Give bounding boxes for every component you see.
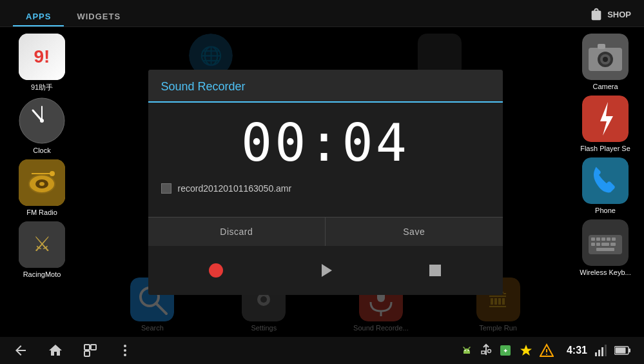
home-button[interactable]	[48, 343, 63, 358]
app-fm-label: FM Radio	[26, 208, 57, 216]
app-camera[interactable]: Camera	[573, 34, 638, 90]
signal-icon	[594, 343, 608, 358]
svg-rect-20	[582, 157, 629, 204]
dialog-title: Sound Recorder	[161, 80, 246, 93]
dialog-body: 00:04 record20120101163050.amr	[148, 103, 503, 217]
svg-rect-25	[601, 238, 605, 241]
sound-recorder-dialog: Sound Recorder 00:04 record2012010116305…	[148, 70, 503, 295]
dialog-controls	[148, 246, 503, 295]
svg-rect-67	[601, 347, 603, 356]
svg-text:⚔: ⚔	[33, 232, 52, 256]
recents-button[interactable]	[83, 343, 98, 358]
record-button[interactable]	[202, 256, 230, 285]
app-fm[interactable]: FM Radio	[10, 159, 74, 216]
svg-point-16	[603, 57, 608, 62]
app-keyboard-icon	[582, 219, 629, 266]
apps-tab[interactable]: APPS	[13, 5, 64, 26]
status-icons: ✦ 4:31	[460, 343, 631, 358]
right-app-column: Camera Flash Player Se Phone	[567, 27, 644, 283]
svg-rect-71	[616, 348, 626, 354]
widgets-tab[interactable]: WIDGETS	[64, 5, 133, 26]
svg-rect-31	[610, 243, 616, 246]
svg-point-51	[124, 349, 126, 352]
stop-icon	[429, 265, 441, 276]
svg-rect-28	[591, 243, 595, 246]
discard-button[interactable]: Discard	[148, 217, 326, 246]
app-flash[interactable]: Flash Player Se	[573, 96, 638, 152]
svg-rect-24	[596, 238, 600, 241]
svg-point-52	[124, 354, 126, 356]
app-phone-label: Phone	[595, 207, 616, 214]
top-nav: APPS WIDGETS SHOP	[0, 0, 644, 27]
app-phone-icon	[582, 157, 629, 204]
svg-rect-27	[612, 238, 616, 241]
svg-rect-47	[84, 345, 90, 350]
svg-point-58	[487, 350, 491, 353]
app-keyboard[interactable]: Wireless Keyb...	[573, 219, 638, 276]
svg-rect-65	[595, 352, 597, 356]
record-icon	[209, 263, 223, 278]
clock-svg	[19, 97, 65, 144]
nav-buttons	[13, 343, 133, 358]
app-flash-icon	[582, 96, 629, 142]
flash-svg	[582, 96, 629, 142]
left-app-column: 9! 91助手 Clock	[0, 27, 84, 285]
fm-svg	[19, 159, 65, 206]
svg-rect-30	[601, 243, 609, 246]
shop-nav[interactable]: SHOP	[589, 7, 631, 26]
svg-rect-68	[605, 345, 607, 356]
app-clock-icon	[19, 97, 65, 144]
app-91-icon: 9!	[19, 34, 65, 80]
app-racing[interactable]: ⚔ RacingMoto	[10, 221, 74, 278]
stop-button[interactable]	[421, 256, 449, 285]
app-camera-icon	[582, 34, 629, 80]
svg-rect-70	[629, 349, 630, 352]
app-clock[interactable]: Clock	[10, 97, 74, 154]
app-91-label: 91助手	[31, 83, 53, 92]
svg-rect-32	[596, 248, 614, 251]
svg-line-55	[463, 347, 465, 349]
app-racing-label: RacingMoto	[23, 270, 61, 278]
file-checkbox[interactable]	[161, 183, 171, 194]
app-phone[interactable]: Phone	[573, 157, 638, 214]
save-button[interactable]: Save	[326, 217, 503, 246]
svg-rect-66	[598, 350, 600, 356]
app-camera-label: Camera	[592, 83, 618, 90]
app-clock-label: Clock	[33, 147, 51, 154]
svg-rect-49	[84, 351, 90, 356]
menu-button[interactable]	[117, 343, 133, 358]
app-fm-icon	[19, 159, 65, 206]
phone-svg	[582, 157, 629, 204]
svg-point-53	[464, 350, 465, 351]
app-91[interactable]: 9! 91助手	[10, 34, 74, 92]
keyboard-svg	[582, 219, 629, 266]
star-icon	[519, 343, 533, 358]
dialog-actions: Discard Save	[148, 217, 503, 246]
back-button[interactable]	[13, 343, 28, 358]
svg-line-56	[469, 347, 470, 349]
android-icon	[460, 343, 474, 358]
svg-point-54	[467, 350, 469, 351]
svg-point-9	[50, 171, 55, 176]
alert-icon	[540, 343, 554, 358]
play-icon	[322, 264, 332, 277]
svg-marker-61	[520, 345, 532, 356]
status-bar: ✦ 4:31	[0, 337, 644, 364]
timer-display: 00:04	[161, 113, 490, 173]
network-icon: ✦	[498, 343, 512, 358]
svg-rect-23	[591, 238, 595, 241]
usb-icon	[480, 343, 492, 358]
app-keyboard-label: Wireless Keyb...	[580, 268, 630, 276]
app-racing-icon: ⚔	[19, 221, 65, 268]
svg-text:✦: ✦	[503, 347, 508, 354]
svg-rect-48	[91, 345, 96, 350]
svg-point-50	[124, 345, 126, 347]
file-name: record20120101163050.amr	[178, 183, 292, 194]
file-row: record20120101163050.amr	[161, 183, 490, 194]
svg-rect-57	[482, 351, 485, 354]
play-button[interactable]	[311, 256, 340, 285]
battery-icon	[614, 346, 631, 355]
dialog-title-bar: Sound Recorder	[148, 70, 503, 103]
racing-svg: ⚔	[19, 221, 65, 268]
shop-label: SHOP	[607, 10, 631, 19]
